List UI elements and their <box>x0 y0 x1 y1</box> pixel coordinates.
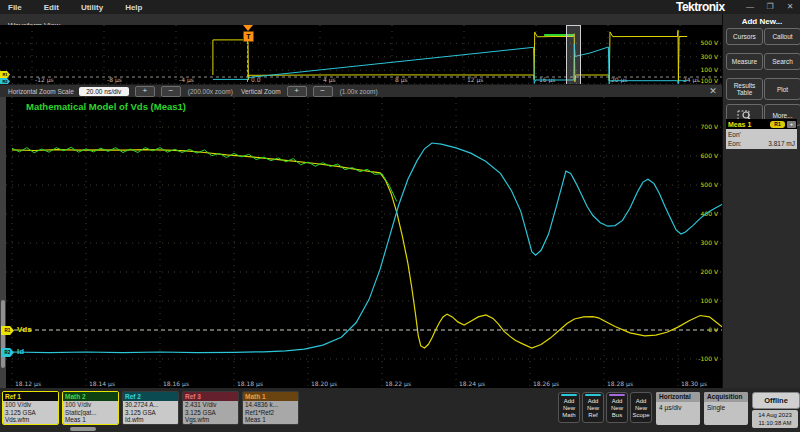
button-label-line: New <box>583 405 603 412</box>
badge-title: Ref 2 <box>123 392 178 401</box>
badge-row: 100 V/div <box>63 401 118 409</box>
badge-row: 2.431 V/div <box>183 401 238 409</box>
badge-scroll-handle[interactable] <box>70 427 96 431</box>
window-controls: — ❐ ✕ <box>744 0 796 14</box>
button-label-line: Math <box>559 412 579 419</box>
trigger-marker[interactable]: T <box>243 31 254 42</box>
y-tick-label: 600 V <box>701 152 719 159</box>
badge-row: 3.125 GSA <box>3 409 58 417</box>
sidebar-button-results-table[interactable]: Results Table <box>726 78 763 100</box>
sidebar-button-cursors[interactable]: Cursors <box>726 28 763 45</box>
meas1-value: 3.817 mJ <box>768 139 795 148</box>
button-label-line: New <box>607 405 627 412</box>
vertical-zoom-plus-button[interactable]: + <box>287 86 307 97</box>
date-text: 14 Aug 2023 <box>752 411 798 419</box>
badge-row: 3.125 GSA <box>123 409 178 417</box>
menu-help[interactable]: Help <box>125 3 142 12</box>
horizontal-settings-panel[interactable]: Horizontal 4 µs/div <box>656 392 700 425</box>
menu-edit[interactable]: Edit <box>44 3 59 12</box>
button-label-line: New <box>559 405 579 412</box>
button-label-line: Add <box>559 398 579 405</box>
acquisition-settings-panel[interactable]: Acquisition Single <box>704 392 748 425</box>
sidebar: Add New... CursorsCalloutMeasureSearchRe… <box>722 14 800 390</box>
badge-row: 3.125 GSA <box>183 409 238 417</box>
badge-title: Ref 1 <box>3 392 58 401</box>
sidebar-button-measure[interactable]: Measure <box>726 53 763 70</box>
sidebar-button-plot[interactable]: Plot <box>764 78 800 100</box>
channel-badge-ref-3[interactable]: Ref 32.431 V/div3.125 GSAVgs.wfm <box>182 391 239 425</box>
meas1-row-name: Eon' <box>728 130 795 139</box>
horizontal-zoom-factor: (200.00x zoom) <box>188 88 233 95</box>
horizontal-zoom-plus-button[interactable]: + <box>135 86 155 97</box>
sidebar-button-search[interactable]: Search <box>764 53 800 70</box>
zoom-chart: 18.12 µs18.14 µs18.16 µs18.18 µs18.20 µs… <box>0 97 722 388</box>
trigger-position-line <box>247 41 248 82</box>
badge-color-stripe <box>585 394 601 396</box>
add-new-scope-button[interactable]: AddNewScope <box>630 392 652 423</box>
badge-title: Ref 3 <box>183 392 238 401</box>
button-label-line: Ref <box>583 412 603 419</box>
add-new-ref-button[interactable]: AddNewRef <box>582 392 604 423</box>
datetime-display: 14 Aug 2023 11:10:38 AM <box>752 410 798 428</box>
sidebar-button-callout[interactable]: Callout <box>764 28 800 45</box>
zoom-math-model-trace <box>12 147 397 201</box>
vertical-zoom-minus-button[interactable]: − <box>313 86 333 97</box>
channel-badge-ref-1[interactable]: Ref 1100 V/div3.125 GSAVds.wfm <box>2 391 59 425</box>
x-tick-label: 18.28 µs <box>607 380 633 388</box>
badge-row: Meas 1 <box>243 416 298 424</box>
overview-chart: -12 µs-8 µs-4 µs0.04 µs8 µs12 µs16 µs20 … <box>0 25 722 84</box>
meas1-results-badge[interactable]: Meas 1 R1 + Eon' Eon: 3.817 mJ <box>726 119 797 149</box>
menu-file[interactable]: File <box>8 3 22 12</box>
channel-badge-ref-2[interactable]: Ref 230.2724 A...3.125 GSAId.wfm <box>122 391 179 425</box>
meas1-row-value: Eon: 3.817 mJ <box>728 139 795 148</box>
badge-row: Id.wfm <box>123 416 178 424</box>
zoom-controls-bar: Horizontal Zoom Scale + − (200.00x zoom)… <box>0 84 722 98</box>
horizontal-zoom-scale-label: Horizontal Zoom Scale <box>8 88 74 95</box>
y-tick-label: 0 V <box>708 326 719 333</box>
close-icon[interactable]: ✕ <box>784 0 796 14</box>
add-new-bus-button[interactable]: AddNewBus <box>606 392 628 423</box>
menu-items: FileEditUtilityHelp <box>0 3 156 12</box>
y-tick-label: 300 V <box>701 239 719 246</box>
button-label-line: Scope <box>631 412 651 419</box>
zoom-waveform-view: 18.12 µs18.14 µs18.16 µs18.18 µs18.20 µs… <box>0 97 722 388</box>
horizontal-scale-value: 4 µs/div <box>656 402 700 411</box>
badge-row: Meas 1 <box>63 416 118 424</box>
y-tick-label: 700 V <box>701 123 719 130</box>
offline-button[interactable]: Offline <box>752 392 800 409</box>
restore-icon[interactable]: ❐ <box>764 0 776 14</box>
y-tick-label: 100 V <box>701 297 719 304</box>
badge-row: 100 V/div <box>3 401 58 409</box>
y-tick-label: 500 V <box>701 39 719 46</box>
badge-row: Vgs.wfm <box>183 416 238 424</box>
button-label-line: Add <box>583 398 603 405</box>
meas1-expand-button[interactable]: + <box>787 121 796 128</box>
menu-utility[interactable]: Utility <box>81 3 103 12</box>
x-tick-label: 18.12 µs <box>15 380 41 388</box>
bottom-bar: Ref 1100 V/div3.125 GSAVds.wfmMath 2100 … <box>0 388 800 432</box>
channel-badge-math-1[interactable]: Math 114.4836 k...Ref1*Ref2Meas 1 <box>242 391 299 425</box>
math-model-annotation: Mathematical Model of Vds (Meas1) <box>26 101 186 112</box>
channel-badge-math-2[interactable]: Math 2100 V/divStatic[gat...Meas 1 <box>62 391 119 425</box>
badge-title: Math 2 <box>63 392 118 401</box>
horizontal-zoom-minus-button[interactable]: − <box>161 86 181 97</box>
zoom-view-close-icon[interactable]: ✕ <box>707 86 719 97</box>
horizontal-title: Horizontal <box>656 392 700 402</box>
y-tick-label: 300 V <box>701 53 719 60</box>
meas1-title: Meas 1 <box>728 121 770 128</box>
x-tick-label: 18.30 µs <box>681 380 707 388</box>
add-new-header: Add New... <box>723 17 800 26</box>
button-label-line: Add <box>607 398 627 405</box>
badge-row: Static[gat... <box>63 409 118 417</box>
add-new-math-button[interactable]: AddNewMath <box>558 392 580 423</box>
y-tick-label: -100 V <box>698 77 719 84</box>
horizontal-zoom-scale-input[interactable] <box>79 87 129 96</box>
badge-color-stripe <box>633 394 649 396</box>
tektronix-logo: Tektronix <box>676 0 725 14</box>
x-tick-label: 18.26 µs <box>533 380 559 388</box>
y-tick-label: -100 V <box>698 355 719 362</box>
vertical-zoom-factor: (1.00x zoom) <box>340 88 378 95</box>
minimize-icon[interactable]: — <box>744 0 756 14</box>
badge-title: Math 1 <box>243 392 298 401</box>
zoom-region-box[interactable] <box>566 25 581 85</box>
